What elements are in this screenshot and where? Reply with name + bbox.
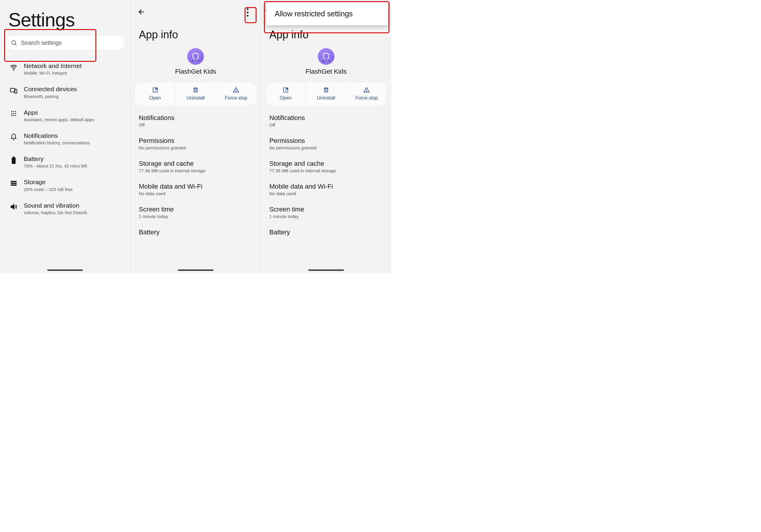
app-info-pane-menu-open: Allow restricted settings App info Child… [261, 0, 391, 273]
svg-line-1 [15, 44, 16, 45]
svg-point-9 [13, 113, 14, 114]
svg-rect-16 [11, 181, 17, 182]
svg-point-8 [11, 113, 13, 114]
svg-point-24 [366, 91, 367, 92]
search-icon [11, 39, 17, 46]
option-mobile-data[interactable]: Mobile data and Wi-FiNo data used [139, 178, 252, 201]
option-mobile-data[interactable]: Mobile data and Wi-FiNo data used [269, 178, 383, 201]
option-battery[interactable]: Battery [139, 224, 252, 241]
open-icon [152, 87, 158, 93]
svg-rect-3 [10, 88, 15, 92]
open-button[interactable]: Open [265, 82, 306, 105]
svg-point-12 [13, 115, 14, 116]
battery-icon [11, 157, 16, 164]
settings-item-battery[interactable]: Battery70% - About 21 hrs, 42 mins left [0, 150, 130, 173]
search-settings-field[interactable]: Search settings [5, 36, 125, 50]
svg-point-7 [15, 111, 16, 112]
app-name: FlashGet Kids [131, 68, 261, 76]
svg-point-5 [11, 111, 13, 112]
svg-point-6 [13, 111, 14, 112]
storage-icon [10, 180, 17, 187]
svg-rect-23 [324, 88, 327, 92]
settings-pane: Settings Search settings Network and Int… [0, 0, 130, 273]
apps-icon [10, 110, 17, 117]
wifi-icon [10, 64, 18, 71]
settings-item-apps[interactable]: AppsAssistant, recent apps, default apps [0, 104, 130, 127]
open-icon [282, 87, 289, 93]
svg-point-11 [11, 115, 13, 116]
child-badge: Child [322, 59, 331, 63]
force-stop-button[interactable]: Force stop [216, 82, 256, 105]
warning-icon [233, 87, 239, 93]
app-name: FlashGet Kids [261, 68, 391, 76]
gesture-bar [308, 269, 344, 271]
svg-rect-15 [13, 157, 15, 157]
allow-restricted-settings-menu-item[interactable]: Allow restricted settings [266, 2, 388, 25]
force-stop-button[interactable]: Force stop [346, 82, 387, 105]
app-info-pane: App info Child FlashGet Kids Open Uninst… [130, 0, 261, 273]
option-permissions[interactable]: PermissionsNo permissions granted [139, 132, 252, 155]
svg-point-21 [236, 91, 236, 92]
app-icon: Child [187, 48, 204, 65]
app-icon: Child [318, 48, 334, 65]
settings-list: Network and InternetMobile, Wi-Fi, hotsp… [0, 56, 130, 221]
option-battery[interactable]: Battery [269, 224, 383, 241]
search-placeholder: Search settings [21, 39, 62, 46]
svg-point-13 [15, 115, 16, 116]
settings-item-network[interactable]: Network and InternetMobile, Wi-Fi, hotsp… [0, 57, 130, 80]
settings-item-sound[interactable]: Sound and vibrationVolume, haptics, Do N… [0, 197, 130, 220]
open-button[interactable]: Open [135, 82, 175, 105]
overflow-menu-button[interactable] [242, 7, 254, 19]
warning-icon [363, 87, 370, 93]
uninstall-button[interactable]: Uninstall [306, 82, 346, 105]
svg-rect-20 [194, 88, 197, 92]
settings-item-notifications[interactable]: NotificationsNotification history, conve… [0, 127, 130, 150]
svg-rect-14 [12, 157, 16, 164]
option-notifications[interactable]: NotificationsOff [139, 109, 252, 132]
option-permissions[interactable]: PermissionsNo permissions granted [269, 132, 383, 155]
svg-point-2 [13, 70, 14, 70]
trash-icon [192, 87, 199, 93]
svg-rect-17 [11, 183, 17, 184]
settings-title: Settings [0, 0, 130, 33]
settings-item-connected-devices[interactable]: Connected devicesBluetooth, pairing [0, 80, 130, 103]
svg-point-0 [12, 41, 16, 45]
bell-icon [10, 133, 17, 140]
back-button[interactable] [138, 8, 146, 17]
option-screen-time[interactable]: Screen time1 minute today [139, 201, 252, 224]
option-storage[interactable]: Storage and cache77.36 MB used in intern… [269, 155, 383, 178]
trash-icon [323, 87, 329, 93]
option-storage[interactable]: Storage and cache77.36 MB used in intern… [139, 155, 252, 178]
app-info-title: App info [131, 19, 261, 46]
option-notifications[interactable]: NotificationsOff [269, 109, 383, 132]
uninstall-button[interactable]: Uninstall [175, 82, 215, 105]
settings-item-storage[interactable]: Storage20% used – 103 GB free [0, 173, 130, 196]
gesture-bar [178, 269, 213, 271]
svg-rect-18 [11, 185, 17, 186]
volume-icon [10, 203, 17, 210]
gesture-bar [47, 269, 83, 271]
child-badge: Child [191, 59, 200, 63]
option-screen-time[interactable]: Screen time1 minute today [269, 201, 383, 224]
devices-icon [10, 87, 18, 94]
svg-point-10 [15, 113, 16, 114]
